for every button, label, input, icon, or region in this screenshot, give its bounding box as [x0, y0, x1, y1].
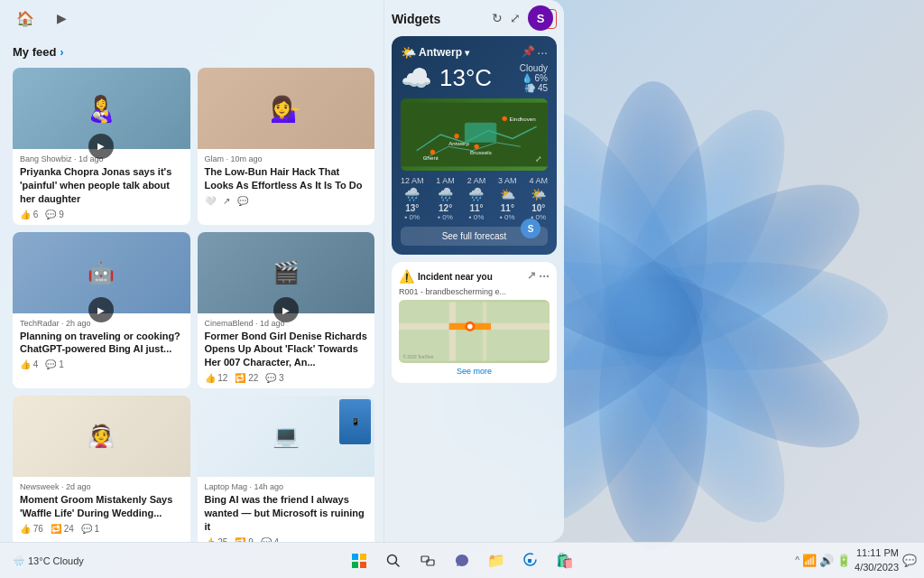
weather-hour-3: 3 AM ⛅ 11° ▪ 0% [498, 176, 517, 221]
weather-hour-2: 2 AM 🌧️ 11° ▪ 0% [467, 176, 486, 221]
play-button-3[interactable]: ▶ [88, 297, 114, 322]
play-button-1[interactable]: ▶ [88, 134, 114, 159]
weather-more-icon[interactable]: ··· [537, 45, 548, 60]
card5-actions: 👍 76 🔁 24 💬 1 [20, 524, 183, 534]
svg-rect-31 [352, 554, 358, 560]
weather-dropdown-icon[interactable]: ▾ [465, 48, 469, 58]
svg-rect-34 [360, 562, 366, 568]
task-view-button[interactable] [413, 546, 442, 575]
svg-point-20 [475, 144, 479, 149]
svg-text:Eindhoven: Eindhoven [509, 116, 536, 122]
battery-icon[interactable]: 🔋 [836, 554, 851, 567]
card4-title: Former Bond Girl Denise Richards Opens U… [205, 330, 368, 370]
hour1-icon: 🌧️ [436, 187, 455, 201]
news-card-5[interactable]: 👰 Newsweek · 2d ago Moment Groom Mistake… [13, 396, 190, 542]
incident-icon: ⚠️ [399, 269, 414, 284]
card2-heart: 🤍 [205, 196, 216, 206]
svg-text:⤢: ⤢ [535, 154, 542, 163]
start-button[interactable] [345, 546, 374, 575]
feed-arrow: › [60, 46, 63, 59]
taskbar-center: 📁 🛍️ [345, 546, 579, 575]
card5-title: Moment Groom Mistakenly Says 'Waffle Lif… [20, 493, 183, 520]
system-tray: ^ 📶 🔊 🔋 [795, 554, 851, 567]
card2-source: Glam · 10m ago [205, 154, 368, 163]
notification-icon[interactable]: 💬 [902, 554, 917, 567]
card2-share: ↗ [223, 196, 230, 206]
refresh-icon[interactable]: ↻ [492, 11, 503, 25]
weather-header: 🌤️ Antwerp ▾ 📌 ··· [401, 45, 548, 60]
weather-hour-0: 12 AM 🌧️ 13° ▪ 0% [401, 176, 424, 221]
weather-cloud-icon: ☁️ [401, 63, 432, 93]
clock-date: 4/30/2023 [855, 561, 899, 574]
taskbar-weather[interactable]: 🌧️ 13°C Cloudy [7, 555, 89, 566]
feed-header: My feed › [13, 45, 374, 59]
widgets-panel: 🏠 ▶ ↻ ⤢ S My feed › 👩‍🍼 ▶ Bang Showbiz ·… [0, 0, 564, 542]
weather-options: 📌 ··· [522, 45, 548, 60]
news-card-6[interactable]: 💻 📱 Laptop Mag · 14h ago Bing AI was the… [198, 396, 375, 542]
panel-top-bar: 🏠 ▶ ↻ ⤢ S [0, 0, 564, 36]
weather-humidity: 💧 6% [520, 73, 548, 83]
play-button-4[interactable]: ▶ [273, 297, 299, 322]
mid-news-grid: 🤖 ▶ TechRadar · 2h ago Planning on trave… [13, 232, 374, 389]
chevron-icon[interactable]: ^ [795, 555, 799, 565]
card2-actions: 🤍 ↗ 💬 [205, 196, 368, 206]
edge-button[interactable] [516, 546, 545, 575]
svg-point-18 [430, 150, 435, 154]
weather-location: 🌤️ Antwerp ▾ [401, 45, 469, 60]
svg-rect-13 [465, 123, 496, 143]
card3-actions: 👍 4 💬 1 [20, 359, 183, 369]
svg-rect-25 [449, 303, 456, 361]
svg-rect-33 [352, 562, 358, 568]
widgets-column: Widgets + 🌤️ Antwerp ▾ 📌 ··· ☁️ 13°C [383, 0, 564, 542]
weather-pin-icon[interactable]: 📌 [522, 45, 535, 60]
card1-actions: 👍 6 💬 9 [20, 210, 183, 219]
card6-source: Laptop Mag · 14h ago [205, 482, 368, 491]
weather-user-avatar[interactable]: S [521, 219, 541, 238]
taskbar-right: ^ 📶 🔊 🔋 11:11 PM 4/30/2023 💬 [795, 546, 924, 574]
news-card-3[interactable]: 🤖 ▶ TechRadar · 2h ago Planning on trave… [13, 232, 190, 389]
news-card-2[interactable]: 💁‍♀️ Glam · 10m ago The Low-Bun Hair Hac… [198, 68, 375, 225]
traffic-see-more[interactable]: See more [399, 367, 550, 376]
svg-point-29 [467, 324, 473, 330]
weather-hour-4: 4 AM 🌤️ 10° ▪ 0% [529, 176, 548, 221]
weather-map: Eindhoven Antwerp Ghent Brussels ⤢ [401, 98, 548, 171]
search-button[interactable] [379, 546, 408, 575]
weather-widget: 🌤️ Antwerp ▾ 📌 ··· ☁️ 13°C Cloudy 💧 6% 💨… [392, 36, 557, 255]
taskbar-clock[interactable]: 11:11 PM 4/30/2023 [855, 546, 899, 574]
hour3-icon: ⛅ [498, 187, 517, 201]
svg-rect-38 [427, 560, 434, 565]
volume-icon[interactable]: 🔊 [819, 554, 834, 567]
svg-point-14 [503, 117, 507, 121]
play-icon[interactable]: ▶ [47, 4, 76, 33]
traffic-widget: ⚠️ Incident near you ↗ ··· R001 - brandb… [392, 262, 557, 383]
news-card-4[interactable]: 🎬 ▶ CinemaBlend · 1d ago Former Bond Gir… [198, 232, 375, 389]
panel-top-right: ↻ ⤢ S [492, 5, 553, 31]
svg-text:Brussels: Brussels [470, 149, 492, 155]
weather-hourly: 12 AM 🌧️ 13° ▪ 0% 1 AM 🌧️ 12° ▪ 0% 2 AM … [401, 176, 548, 221]
expand-icon[interactable]: ⤢ [510, 11, 521, 25]
traffic-header: ⚠️ Incident near you ↗ ··· [399, 269, 550, 284]
wifi-icon[interactable]: 📶 [802, 554, 817, 567]
lower-news-grid: 👰 Newsweek · 2d ago Moment Groom Mistake… [13, 396, 374, 542]
clock-time: 11:11 PM [855, 546, 899, 560]
card5-source: Newsweek · 2d ago [20, 482, 183, 491]
traffic-options-1[interactable]: ↗ [527, 269, 536, 284]
card2-title: The Low-Bun Hair Hack That Looks As Effo… [205, 165, 368, 192]
traffic-subtitle: R001 - brandbescherming e... [399, 287, 550, 296]
file-explorer-button[interactable]: 📁 [482, 546, 511, 575]
svg-rect-26 [483, 303, 487, 361]
svg-rect-32 [360, 554, 366, 560]
traffic-options-2[interactable]: ··· [539, 269, 550, 284]
traffic-map: © 2023 TomTom [399, 300, 550, 363]
home-icon[interactable]: 🏠 [11, 4, 40, 33]
svg-text:Ghent: Ghent [423, 154, 439, 161]
svg-point-16 [454, 134, 458, 138]
news-card-1[interactable]: 👩‍🍼 ▶ Bang Showbiz · 1d ago Priyanka Cho… [13, 68, 190, 225]
taskbar-weather-condition: Cloudy [53, 555, 84, 566]
taskbar-left: 🌧️ 13°C Cloudy [0, 555, 89, 566]
user-avatar-button[interactable]: S [528, 5, 553, 31]
chat-button[interactable] [448, 546, 476, 575]
panel-top-icons: 🏠 ▶ [11, 4, 76, 33]
svg-line-36 [396, 563, 400, 566]
store-button[interactable]: 🛍️ [550, 546, 579, 575]
